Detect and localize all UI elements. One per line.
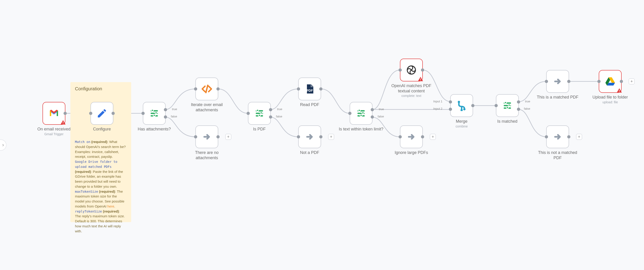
- node-not-matched[interactable]: This is not a matched PDF: [546, 126, 569, 148]
- false-label: false: [378, 115, 384, 118]
- node-title: OpenAI matches PDF textual content compl…: [388, 83, 434, 98]
- false-label: false: [524, 107, 530, 110]
- input-port[interactable]: [494, 104, 498, 107]
- output-port[interactable]: [216, 87, 220, 91]
- node-gmail-trigger[interactable]: On email received Gmail Trigger: [42, 102, 65, 125]
- arrow-right-icon: [552, 131, 563, 142]
- node-title: Not a PDF: [287, 150, 332, 155]
- node-title: This is not a matched PDF: [535, 150, 580, 160]
- node-merge[interactable]: Input 1 Input 2 Merge combine: [450, 94, 473, 117]
- output-false-port[interactable]: [371, 115, 374, 119]
- node-title: Iterate over email attachments: [184, 102, 230, 113]
- chevron-right-icon: ›: [2, 142, 4, 148]
- input-port[interactable]: [598, 80, 600, 83]
- add-node-button[interactable]: +: [225, 134, 231, 140]
- node-read-pdf[interactable]: PDF Read PDF: [298, 78, 321, 100]
- node-is-pdf[interactable]: true false Is PDF: [248, 102, 271, 125]
- output-true-port[interactable]: [371, 108, 374, 111]
- input-port[interactable]: [297, 87, 300, 91]
- google-drive-icon: [605, 76, 616, 87]
- node-iterate-attachments[interactable]: Iterate over email attachments: [196, 78, 218, 100]
- sticky-body: Match on (required): What should OpenAI'…: [75, 139, 126, 234]
- input-port[interactable]: [194, 87, 197, 91]
- node-title: Read PDF: [287, 102, 332, 107]
- output-port[interactable]: [319, 87, 322, 91]
- input-port[interactable]: [89, 112, 92, 115]
- output-true-port[interactable]: [269, 108, 272, 111]
- output-port[interactable]: [319, 135, 322, 138]
- true-label: true: [379, 107, 384, 111]
- node-title: Upload file to folder upload: file: [587, 95, 633, 104]
- input-port-2[interactable]: [449, 108, 452, 111]
- node-title: There are no attachments: [184, 150, 230, 160]
- output-port[interactable]: [112, 112, 115, 115]
- input-port[interactable]: [297, 135, 300, 138]
- warning-icon: [418, 76, 423, 82]
- filter-icon: [502, 100, 513, 111]
- false-label: false: [171, 115, 177, 118]
- node-title: On email received Gmail Trigger: [31, 127, 77, 136]
- output-true-port[interactable]: [164, 108, 167, 111]
- add-node-button[interactable]: +: [576, 134, 582, 140]
- node-no-attachments[interactable]: There are no attachments: [196, 126, 218, 148]
- pdf-file-icon: PDF: [304, 83, 315, 94]
- warning-icon: [616, 88, 622, 93]
- output-port[interactable]: [216, 135, 220, 138]
- node-title: Has attachments?: [132, 127, 177, 132]
- add-node-button[interactable]: +: [629, 78, 635, 84]
- filter-icon: [254, 108, 265, 119]
- node-title: Is text within token limit?: [338, 127, 384, 132]
- output-port[interactable]: [620, 80, 623, 83]
- panel-expand-handle[interactable]: ›: [0, 139, 6, 150]
- filter-icon: [149, 108, 160, 119]
- code-icon: [201, 83, 212, 94]
- node-not-pdf[interactable]: Not a PDF: [298, 126, 321, 148]
- output-false-port[interactable]: [164, 115, 167, 119]
- output-port[interactable]: [421, 135, 424, 138]
- node-token-limit[interactable]: true false Is text within token limit?: [350, 102, 372, 125]
- output-port[interactable]: [64, 112, 67, 115]
- add-node-button[interactable]: +: [430, 134, 436, 140]
- input-port[interactable]: [246, 112, 250, 115]
- input-port[interactable]: [398, 68, 402, 72]
- node-title: Is PDF: [236, 127, 282, 132]
- node-configure[interactable]: Configure: [90, 102, 113, 125]
- node-title: Is matched: [484, 119, 530, 124]
- node-upload-file[interactable]: Upload file to folder upload: file: [599, 70, 622, 93]
- merge-icon: [456, 100, 467, 111]
- node-is-matched[interactable]: true false Is matched: [496, 94, 519, 117]
- input-port[interactable]: [545, 80, 548, 83]
- output-true-port[interactable]: [517, 100, 520, 104]
- output-port[interactable]: [567, 135, 570, 138]
- output-port[interactable]: [471, 104, 474, 107]
- input-port[interactable]: [194, 135, 197, 138]
- input-port[interactable]: [142, 112, 145, 115]
- node-openai[interactable]: OpenAI matches PDF textual content compl…: [400, 59, 423, 81]
- arrow-right-icon: [201, 131, 212, 142]
- output-port[interactable]: [567, 80, 570, 83]
- svg-point-3: [463, 108, 466, 110]
- input-port[interactable]: [348, 112, 352, 115]
- output-false-port[interactable]: [517, 108, 520, 111]
- workflow-canvas[interactable]: › Configuration Match on (required): Wha…: [0, 0, 644, 270]
- openai-icon: [406, 65, 417, 75]
- arrow-right-icon: [304, 131, 315, 142]
- input-port[interactable]: [545, 135, 548, 138]
- input-port-1[interactable]: [449, 100, 452, 104]
- true-label: true: [525, 100, 530, 103]
- pencil-icon: [96, 108, 108, 119]
- svg-point-2: [458, 101, 460, 103]
- output-false-port[interactable]: [269, 115, 272, 119]
- node-has-attachments[interactable]: true false Has attachments?: [143, 102, 166, 125]
- filter-icon: [356, 108, 366, 119]
- input-port[interactable]: [398, 135, 402, 138]
- add-node-button[interactable]: +: [328, 134, 334, 140]
- node-title: Configure: [79, 127, 125, 132]
- output-port[interactable]: [421, 68, 424, 72]
- arrow-right-icon: [552, 76, 563, 87]
- svg-point-4: [460, 109, 463, 111]
- node-ignore-large[interactable]: Ignore large PDFs: [400, 126, 423, 148]
- node-matched-pdf[interactable]: This is a matched PDF: [546, 70, 569, 93]
- node-title: Merge combine: [439, 119, 484, 128]
- false-label: false: [276, 115, 282, 118]
